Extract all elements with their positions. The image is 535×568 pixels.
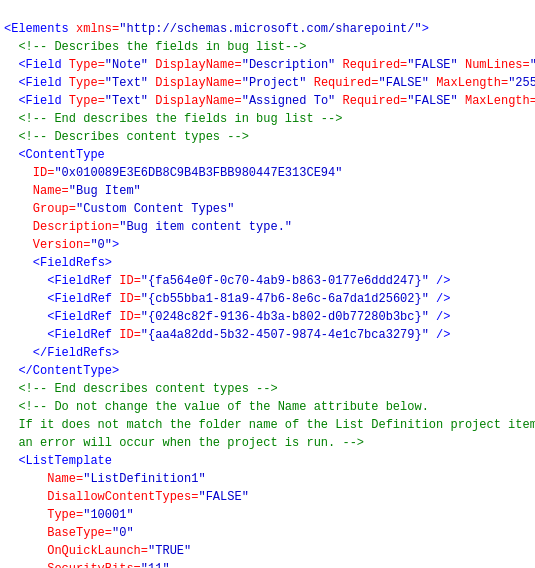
code-line-7: <!-- Describes content types --> [4,128,531,146]
code-token: "ListDefinition1" [83,472,205,486]
code-token: > [112,238,119,252]
code-token: "{aa4a82dd-5b32-4507-9874-4e1c7bca3279}" [141,328,429,342]
code-token [4,94,18,108]
code-token [4,112,18,126]
code-token: "TRUE" [148,544,191,558]
code-token: <!-- Describes content types --> [18,130,248,144]
code-token: < [18,454,25,468]
code-token: "{cb55bba1-81a9-47b6-8e6c-6a7da1d25602}" [141,292,429,306]
code-token [4,274,47,288]
code-token: Field [26,76,62,90]
code-token: "10001" [83,508,133,522]
code-token: <!-- End describes the fields in bug lis… [18,112,342,126]
code-token: ID= [4,166,54,180]
code-token: ListTemplate [26,454,112,468]
code-token: /> [429,292,451,306]
code-token: > [422,22,429,36]
code-token: Group= [4,202,76,216]
code-token: "Description" [242,58,336,72]
code-line-31: SecurityBits="11" [4,560,531,568]
code-token: Type= [62,94,105,108]
code-token: "http://schemas.microsoft.com/sharepoint… [119,22,421,36]
code-token: FieldRefs [47,346,112,360]
code-line-25: <ListTemplate [4,452,531,470]
code-line-22: <!-- Do not change the value of the Name… [4,398,531,416]
code-token [4,382,18,396]
code-line-12: Description="Bug item content type." [4,218,531,236]
code-token: DisplayName= [148,94,242,108]
code-token: "Note" [105,58,148,72]
code-token: "6" [530,58,535,72]
code-token [4,130,18,144]
code-token: Type= [62,58,105,72]
code-token: Name= [4,184,69,198]
code-line-30: OnQuickLaunch="TRUE" [4,542,531,560]
code-token [4,58,18,72]
code-line-18: <FieldRef ID="{aa4a82dd-5b32-4507-9874-4… [4,326,531,344]
code-line-4: <Field Type="Text" DisplayName="Project"… [4,74,531,92]
code-token: </ [18,364,32,378]
code-token: < [18,76,25,90]
code-token: FieldRef [54,328,112,342]
code-token: "FALSE" [407,94,457,108]
code-token: DisplayName= [148,58,242,72]
code-token: "{0248c82f-9136-4b3a-b802-d0b77280b3bc}" [141,310,429,324]
code-token: "{fa564e0f-0c70-4ab9-b863-0177e6ddd247}" [141,274,429,288]
code-token: "FALSE" [198,490,248,504]
code-token [4,328,47,342]
code-token: ID= [112,310,141,324]
code-token: an error will occur when the project is … [18,436,364,450]
code-token: "0" [112,526,134,540]
code-token: "Custom Content Types" [76,202,234,216]
code-token: MaxLength= [458,94,535,108]
code-line-24: an error will occur when the project is … [4,434,531,452]
code-token: Required= [335,58,407,72]
code-token: Required= [335,94,407,108]
code-token [4,292,47,306]
code-token: xmlns= [69,22,119,36]
code-line-2: <!-- Describes the fields in bug list--> [4,38,531,56]
code-token: "Assigned To" [242,94,336,108]
code-line-19: </FieldRefs> [4,344,531,362]
code-token [4,256,33,270]
code-token: "FALSE" [407,58,457,72]
code-line-29: BaseType="0" [4,524,531,542]
code-line-1: <Elements xmlns="http://schemas.microsof… [4,20,531,38]
code-token [4,454,18,468]
code-token: Type= [62,76,105,90]
code-token: /> [429,310,451,324]
code-line-15: <FieldRef ID="{fa564e0f-0c70-4ab9-b863-0… [4,272,531,290]
code-token: <!-- Describes the fields in bug list--> [18,40,306,54]
code-token: ID= [112,292,141,306]
code-token: ID= [112,274,141,288]
code-token: "255" [508,76,535,90]
code-viewer: <Elements xmlns="http://schemas.microsof… [0,0,535,568]
code-token: "Text" [105,76,148,90]
code-line-23: If it does not match the folder name of … [4,416,531,434]
code-token: "0" [90,238,112,252]
code-token: Required= [307,76,379,90]
code-token: Description= [4,220,119,234]
code-token: > [112,364,119,378]
code-token: </ [33,346,47,360]
code-token: "Project" [242,76,307,90]
code-token: ContentType [26,148,105,162]
code-token: SecurityBits= [4,562,141,568]
code-token: BaseType= [4,526,112,540]
code-token: FieldRefs [40,256,105,270]
code-line-20: </ContentType> [4,362,531,380]
code-token [4,148,18,162]
code-token: Elements [11,22,69,36]
code-line-11: Group="Custom Content Types" [4,200,531,218]
code-token: Field [26,58,62,72]
code-line-14: <FieldRefs> [4,254,531,272]
code-token: ID= [112,328,141,342]
code-token: MaxLength= [429,76,508,90]
code-token: < [33,256,40,270]
code-token: FieldRef [54,292,112,306]
code-line-27: DisallowContentTypes="FALSE" [4,488,531,506]
code-token: > [105,256,112,270]
code-token: "Bug item content type." [119,220,292,234]
code-token: "Text" [105,94,148,108]
code-line-5: <Field Type="Text" DisplayName="Assigned… [4,92,531,110]
